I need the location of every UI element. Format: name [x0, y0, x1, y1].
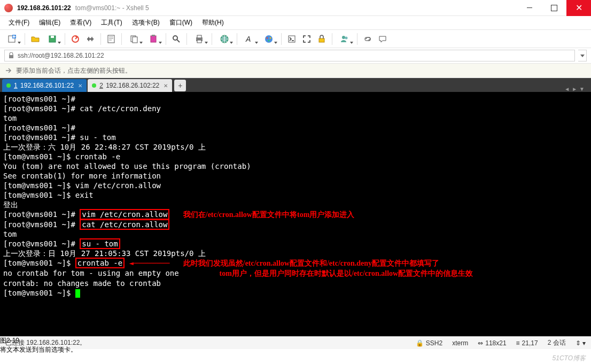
tab-num: 2 [99, 82, 103, 89]
address-text: ssh://root@192.168.26.101:22 [18, 52, 104, 59]
arrow-icon[interactable] [4, 66, 13, 75]
lock-button[interactable] [315, 32, 329, 46]
open-button[interactable] [28, 32, 42, 46]
annotation: tom用户，但是用户同时存在时默认是以/etc/cron.allow配置文件中的… [220, 269, 473, 277]
tab-2[interactable]: 2 192.168.26.102:22 ✕ [88, 79, 172, 92]
titlebar: 192.168.26.101:22 tom@vms001:~ - Xshell … [0, 0, 591, 16]
tab-label: 192.168.26.102:22 [106, 82, 159, 89]
figure-label: 图2-19 [0, 336, 591, 345]
color-button[interactable] [260, 32, 278, 46]
terminal[interactable]: [root@vms001 ~]# [root@vms001 ~]# cat /e… [0, 92, 591, 336]
svg-point-19 [270, 37, 271, 38]
tab-label: 192.168.26.101:22 [20, 82, 74, 89]
menu-file[interactable]: 文件(F) [4, 17, 34, 29]
overlay-note: 将文本发送到当前选项卡。 [0, 345, 591, 354]
svg-rect-25 [9, 55, 13, 58]
svg-rect-5 [87, 38, 94, 40]
minimize-button[interactable] [517, 0, 542, 16]
highlight-box: su - tom [80, 238, 120, 249]
svg-point-24 [345, 36, 348, 39]
tab-num: 1 [14, 82, 18, 89]
toolbar: A [0, 30, 591, 48]
title-ip: 192.168.26.101:22 [17, 4, 71, 12]
address-input[interactable]: ssh://root@192.168.26.101:22 [4, 50, 575, 61]
title-rest: tom@vms001:~ - Xshell 5 [75, 4, 149, 12]
watermark: 51CTO博客 [553, 354, 586, 363]
save-button[interactable] [43, 32, 61, 46]
tab-close-icon[interactable]: ✕ [164, 83, 168, 89]
hint-text: 要添加当前会话，点击左侧的箭头按钮。 [16, 66, 131, 75]
svg-point-20 [268, 40, 270, 41]
font-button[interactable]: A [240, 32, 259, 46]
highlight-box: crontab -e [75, 258, 125, 268]
disconnect-button[interactable] [83, 32, 97, 46]
users-button[interactable] [336, 32, 354, 46]
address-bar: ssh://root@192.168.26.101:22 [0, 48, 591, 63]
fullscreen-button[interactable] [300, 32, 314, 46]
menu-view[interactable]: 查看(V) [66, 17, 96, 29]
highlight-box: vim /etc/cron.allow [80, 209, 169, 220]
menu-tabs[interactable]: 选项卡(B) [128, 17, 164, 29]
address-dropdown[interactable] [578, 50, 587, 61]
tab-nav[interactable]: ◄►▼ [564, 86, 589, 92]
script-button[interactable] [285, 32, 299, 46]
lock-icon [8, 52, 14, 59]
svg-rect-9 [151, 36, 156, 42]
svg-rect-3 [51, 36, 54, 38]
tab-1[interactable]: 1 192.168.26.101:22 ✕ [2, 79, 87, 92]
svg-point-17 [265, 35, 273, 43]
tab-strip: 1 192.168.26.101:22 ✕ 2 192.168.26.102:2… [0, 78, 591, 92]
link-button[interactable] [361, 32, 375, 46]
hint-bar: 要添加当前会话，点击左侧的箭头按钮。 [0, 63, 591, 78]
svg-rect-10 [152, 35, 155, 36]
cursor [75, 289, 80, 298]
status-dot-icon [6, 83, 11, 88]
terminal-content[interactable]: [root@vms001 ~]# [root@vms001 ~]# cat /e… [0, 92, 591, 336]
menu-window[interactable]: 窗口(W) [165, 17, 197, 29]
menu-help[interactable]: 帮助(H) [198, 17, 228, 29]
svg-point-11 [173, 36, 177, 40]
comment-button[interactable] [376, 32, 390, 46]
properties-button[interactable] [104, 32, 118, 46]
annotation: 我们在/etc/cron.allow配置文件中将tom用户添加进入 [183, 211, 355, 219]
print-button[interactable] [190, 32, 208, 46]
svg-rect-8 [133, 37, 137, 43]
reconnect-button[interactable] [68, 32, 82, 46]
new-session-button[interactable] [3, 32, 21, 46]
svg-point-23 [342, 36, 345, 39]
window-controls [517, 0, 591, 16]
close-button[interactable] [566, 0, 591, 16]
svg-rect-13 [197, 35, 201, 38]
globe-button[interactable] [215, 32, 234, 46]
annotation: 此时我们发现虽然/etc/cron.allow配置文件和/etc/cron.de… [183, 259, 439, 267]
svg-text:A: A [245, 35, 251, 43]
menubar: 文件(F) 编辑(E) 查看(V) 工具(T) 选项卡(B) 窗口(W) 帮助(… [0, 16, 591, 30]
svg-rect-14 [197, 40, 201, 43]
tab-add-button[interactable]: + [174, 80, 186, 91]
highlight-box: cat /etc/cron.allow [80, 219, 169, 230]
app-icon [4, 4, 13, 12]
status-dot-icon [92, 83, 96, 88]
menu-edit[interactable]: 编辑(E) [35, 17, 65, 29]
paste-button[interactable] [144, 32, 162, 46]
svg-point-18 [267, 37, 268, 38]
svg-rect-22 [319, 38, 324, 42]
menu-tools[interactable]: 工具(T) [97, 17, 126, 29]
tab-close-icon[interactable]: ✕ [78, 83, 82, 89]
svg-rect-6 [108, 35, 114, 43]
copy-button[interactable] [125, 32, 143, 46]
maximize-button[interactable] [542, 0, 566, 16]
find-button[interactable] [169, 32, 183, 46]
